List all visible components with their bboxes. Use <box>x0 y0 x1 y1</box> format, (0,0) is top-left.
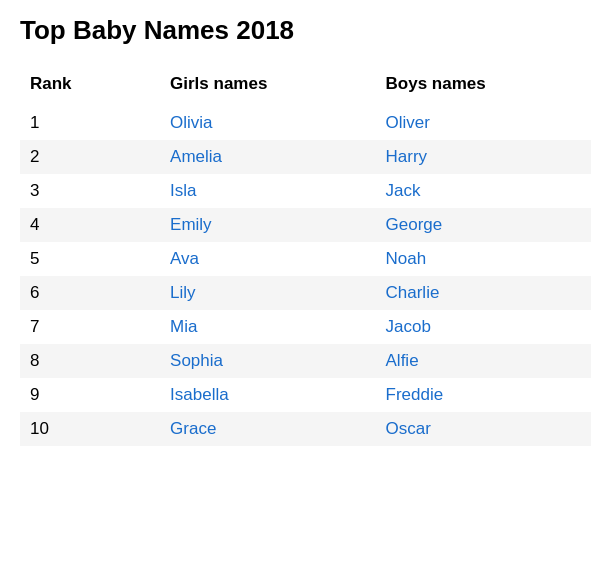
boy-name-cell: Alfie <box>376 344 591 378</box>
rank-cell: 7 <box>20 310 160 344</box>
boy-name-cell: Oscar <box>376 412 591 446</box>
boy-name-cell: George <box>376 208 591 242</box>
header-boys: Boys names <box>376 66 591 106</box>
table-row: 6LilyCharlie <box>20 276 591 310</box>
table-row: 10GraceOscar <box>20 412 591 446</box>
rank-cell: 1 <box>20 106 160 140</box>
rank-cell: 4 <box>20 208 160 242</box>
girl-name-cell: Mia <box>160 310 375 344</box>
girl-name-cell: Grace <box>160 412 375 446</box>
table-row: 1OliviaOliver <box>20 106 591 140</box>
girl-name-cell: Sophia <box>160 344 375 378</box>
rank-cell: 5 <box>20 242 160 276</box>
girl-name-cell: Isla <box>160 174 375 208</box>
header-rank: Rank <box>20 66 160 106</box>
girl-name-cell: Isabella <box>160 378 375 412</box>
girl-name-cell: Amelia <box>160 140 375 174</box>
table-row: 8SophiaAlfie <box>20 344 591 378</box>
table-row: 7MiaJacob <box>20 310 591 344</box>
table-row: 9IsabellaFreddie <box>20 378 591 412</box>
boy-name-cell: Freddie <box>376 378 591 412</box>
rank-cell: 9 <box>20 378 160 412</box>
rank-cell: 6 <box>20 276 160 310</box>
rank-cell: 8 <box>20 344 160 378</box>
boy-name-cell: Harry <box>376 140 591 174</box>
girl-name-cell: Olivia <box>160 106 375 140</box>
page-title: Top Baby Names 2018 <box>20 15 591 46</box>
rank-cell: 2 <box>20 140 160 174</box>
boy-name-cell: Noah <box>376 242 591 276</box>
table-row: 5AvaNoah <box>20 242 591 276</box>
girl-name-cell: Emily <box>160 208 375 242</box>
rank-cell: 10 <box>20 412 160 446</box>
boy-name-cell: Oliver <box>376 106 591 140</box>
table-row: 3IslaJack <box>20 174 591 208</box>
rank-cell: 3 <box>20 174 160 208</box>
boy-name-cell: Jack <box>376 174 591 208</box>
boy-name-cell: Charlie <box>376 276 591 310</box>
header-girls: Girls names <box>160 66 375 106</box>
table-row: 4EmilyGeorge <box>20 208 591 242</box>
table-row: 2AmeliaHarry <box>20 140 591 174</box>
girl-name-cell: Ava <box>160 242 375 276</box>
boy-name-cell: Jacob <box>376 310 591 344</box>
names-table: Rank Girls names Boys names 1OliviaOlive… <box>20 66 591 446</box>
girl-name-cell: Lily <box>160 276 375 310</box>
